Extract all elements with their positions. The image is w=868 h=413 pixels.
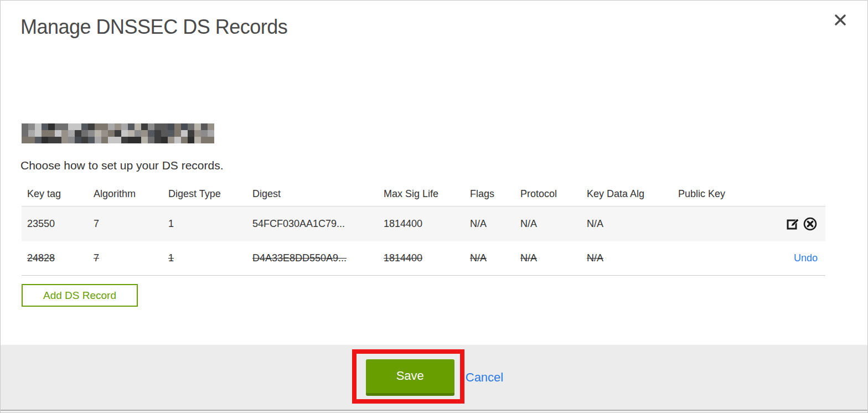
col-header-flags: Flags <box>470 188 520 200</box>
col-header-digest-type: Digest Type <box>168 188 252 200</box>
manage-dnssec-modal: { "modal": { "title": "Manage DNSSEC DS … <box>0 0 868 413</box>
cell-protocol: N/A <box>520 252 587 264</box>
col-header-max-sig-life: Max Sig Life <box>384 188 470 200</box>
col-header-public-key: Public Key <box>678 188 750 200</box>
cell-algorithm: 7 <box>94 218 168 230</box>
cell-digest: 54FCF030AA1C79... <box>252 218 384 230</box>
cell-key-tag: 23550 <box>27 218 94 230</box>
col-header-digest: Digest <box>252 188 384 200</box>
table-row: 23550 7 1 54FCF030AA1C79... 1814400 N/A … <box>22 206 825 241</box>
cell-digest-type: 1 <box>168 252 252 264</box>
delete-record-icon[interactable] <box>803 216 818 231</box>
undo-link[interactable]: Undo <box>794 252 818 264</box>
add-ds-record-button[interactable]: Add DS Record <box>22 284 138 307</box>
page-title: Manage DNSSEC DS Records <box>20 16 287 39</box>
cell-flags: N/A <box>470 218 520 230</box>
cell-protocol: N/A <box>520 218 587 230</box>
cell-max-sig-life: 1814400 <box>384 252 470 264</box>
table-row-deleted: 24828 7 1 D4A33E8DD550A9... 1814400 N/A … <box>22 241 825 276</box>
cell-key-data-alg: N/A <box>587 218 678 230</box>
cell-max-sig-life: 1814400 <box>384 218 470 230</box>
edit-record-icon[interactable] <box>786 216 801 231</box>
cell-digest: D4A33E8DD550A9... <box>252 252 384 264</box>
row-actions: Undo <box>750 252 818 264</box>
cell-flags: N/A <box>470 252 520 264</box>
save-button[interactable]: Save <box>366 359 454 396</box>
cell-digest-type: 1 <box>168 218 252 230</box>
cell-key-data-alg: N/A <box>587 252 678 264</box>
save-button-wrap: Save <box>366 359 454 396</box>
cell-key-tag: 24828 <box>27 252 94 264</box>
cancel-link[interactable]: Cancel <box>466 370 503 385</box>
intro-text: Choose how to set up your DS records. <box>20 159 224 172</box>
modal-footer: Save Cancel <box>1 345 868 410</box>
row-actions <box>750 216 818 231</box>
ds-records-table: Key tag Algorithm Digest Type Digest Max… <box>22 182 825 276</box>
col-header-algorithm: Algorithm <box>94 188 168 200</box>
col-header-key-tag: Key tag <box>27 188 94 200</box>
col-header-protocol: Protocol <box>520 188 587 200</box>
col-header-key-data-alg: Key Data Alg <box>587 188 678 200</box>
cell-algorithm: 7 <box>94 252 168 264</box>
redacted-domain-name <box>22 123 214 143</box>
close-icon <box>834 14 846 28</box>
close-button[interactable] <box>832 13 849 29</box>
table-header-row: Key tag Algorithm Digest Type Digest Max… <box>22 182 825 206</box>
background-strip <box>1 411 868 413</box>
